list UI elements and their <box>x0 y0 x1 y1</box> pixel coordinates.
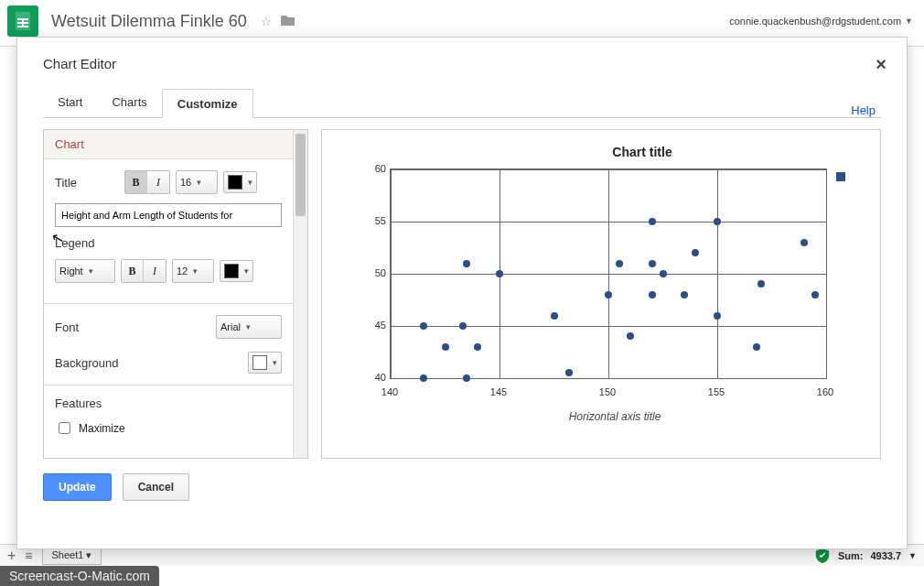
font-label: Font <box>55 320 210 334</box>
legend-italic-button[interactable]: I <box>144 260 166 282</box>
sum-caret-icon[interactable]: ▼ <box>908 551 917 560</box>
chart-title: Chart title <box>587 145 697 159</box>
data-point <box>800 239 808 246</box>
data-point <box>627 332 634 340</box>
data-point <box>551 312 558 320</box>
data-point <box>811 291 819 298</box>
data-point <box>616 260 623 267</box>
x-tick: 155 <box>708 386 725 397</box>
legend-color-picker[interactable] <box>220 260 253 282</box>
tab-start[interactable]: Start <box>43 88 97 117</box>
panel-scrollbar[interactable] <box>293 130 307 458</box>
data-point <box>420 374 427 382</box>
legend-label: Legend <box>55 236 282 250</box>
data-point <box>660 270 667 277</box>
star-icon[interactable]: ☆ <box>261 15 272 28</box>
data-point <box>649 260 656 267</box>
scroll-thumb[interactable] <box>295 134 306 216</box>
title-italic-button[interactable]: I <box>147 171 169 193</box>
close-icon[interactable]: × <box>876 54 886 75</box>
chart-title-input[interactable] <box>55 203 282 227</box>
y-tick: 50 <box>362 267 386 278</box>
tab-row: Start Charts Customize <box>43 88 881 118</box>
data-point <box>757 280 765 288</box>
doc-title[interactable]: Wetsuit Dilemma Finkle 60 <box>51 12 247 31</box>
x-tick: 145 <box>490 386 507 397</box>
svg-rect-4 <box>22 18 24 27</box>
cancel-button[interactable]: Cancel <box>123 473 189 501</box>
plot-area: 4045505560140145150155160 <box>362 168 827 397</box>
data-point <box>474 343 481 351</box>
legend-position-select[interactable]: Right <box>55 259 115 283</box>
background-label: Background <box>55 356 242 370</box>
add-sheet-icon[interactable]: + <box>7 548 16 564</box>
y-tick: 40 <box>362 372 386 383</box>
x-tick: 150 <box>599 386 616 397</box>
data-point <box>649 291 656 298</box>
data-point <box>420 322 427 330</box>
features-label: Features <box>55 396 282 410</box>
data-point <box>692 249 699 256</box>
maximize-label: Maximize <box>79 422 125 435</box>
data-point <box>714 218 721 225</box>
data-point <box>496 270 503 277</box>
data-point <box>649 218 656 225</box>
title-color-picker[interactable] <box>223 171 257 193</box>
watermark: Screencast-O-Matic.com <box>0 566 159 586</box>
help-link[interactable]: Help <box>851 103 876 117</box>
y-tick: 45 <box>362 320 386 331</box>
sum-label: Sum: <box>838 550 864 561</box>
folder-icon[interactable] <box>281 14 295 29</box>
chart-preview: Chart title 4045505560140145150155160 Ho… <box>321 129 881 459</box>
section-chart-header: Chart <box>44 130 293 159</box>
background-color-picker[interactable] <box>248 352 282 374</box>
x-axis-title: Horizontal axis title <box>377 410 853 423</box>
tab-charts[interactable]: Charts <box>97 88 161 117</box>
x-tick: 140 <box>381 386 398 397</box>
data-point <box>681 291 688 298</box>
user-menu-caret-icon[interactable]: ▼ <box>905 16 913 26</box>
y-tick: 60 <box>362 163 386 174</box>
data-point <box>753 343 760 351</box>
maximize-checkbox[interactable] <box>59 422 70 434</box>
x-tick: 160 <box>817 386 833 397</box>
data-point <box>463 260 470 267</box>
legend-bold-button[interactable]: B <box>122 260 144 282</box>
legend-style-buttons: B I <box>121 259 167 283</box>
shield-icon <box>814 548 831 564</box>
user-email[interactable]: connie.quackenbush@rdgstudent.com <box>729 16 901 27</box>
sheets-logo <box>7 5 38 37</box>
data-point <box>463 374 470 382</box>
data-point <box>714 312 721 320</box>
title-fontsize-select[interactable]: 16 <box>176 170 218 194</box>
modal-title: Chart Editor <box>43 56 881 71</box>
title-bold-button[interactable]: B <box>125 171 147 193</box>
data-point <box>565 369 573 376</box>
data-point <box>605 291 612 298</box>
update-button[interactable]: Update <box>43 473 112 501</box>
font-select[interactable]: Arial <box>216 315 282 339</box>
tab-customize[interactable]: Customize <box>162 89 253 118</box>
chart-editor-modal: × Chart Editor Help Start Charts Customi… <box>16 37 908 549</box>
title-label: Title <box>55 176 119 190</box>
y-tick: 55 <box>362 215 386 226</box>
sum-value[interactable]: 4933.7 <box>870 550 901 561</box>
data-point <box>442 343 449 351</box>
legend-fontsize-select[interactable]: 12 <box>172 259 214 283</box>
all-sheets-icon[interactable]: ≡ <box>25 548 32 563</box>
title-style-buttons: B I <box>124 170 170 194</box>
legend-marker <box>836 172 845 181</box>
data-point <box>459 322 467 330</box>
customize-panel: Chart Title B I 16 Legend <box>43 129 308 459</box>
